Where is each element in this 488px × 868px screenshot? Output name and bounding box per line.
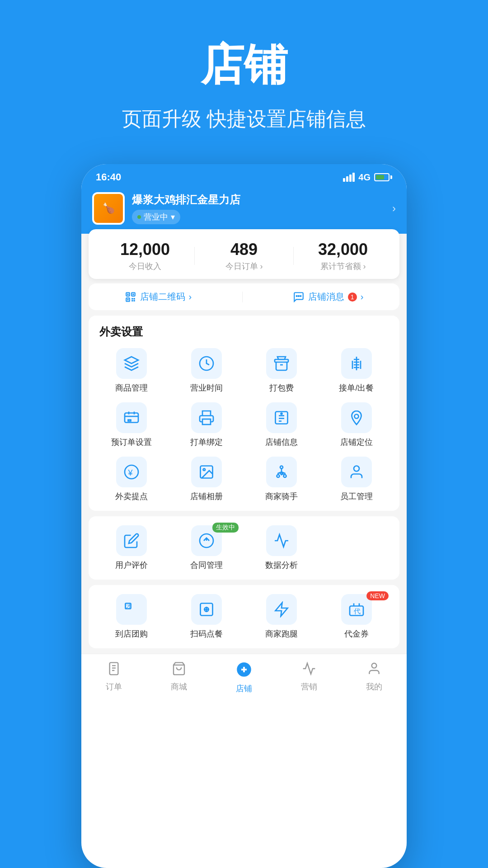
status-right: 4G xyxy=(343,172,392,183)
svg-rect-45 xyxy=(110,663,118,675)
nav-profile-label: 我的 xyxy=(366,681,382,692)
stat-revenue[interactable]: 12,000 今日收入 xyxy=(96,240,194,272)
menu-item-packaging[interactable]: 打包费 xyxy=(246,348,317,393)
svg-rect-21 xyxy=(202,419,211,425)
svg-text:¥: ¥ xyxy=(128,468,133,477)
svg-point-51 xyxy=(372,663,377,668)
menu-item-location[interactable]: 店铺定位 xyxy=(321,402,392,448)
hours-label: 营业时间 xyxy=(190,382,223,393)
page-title: 店铺 xyxy=(18,36,470,95)
stat-orders-label: 今日订单 › xyxy=(195,261,293,272)
nav-order[interactable]: 订单 xyxy=(81,661,146,694)
orders-label: 接单/出餐 xyxy=(339,382,374,393)
message-link[interactable]: 店铺消息 1 › xyxy=(293,291,364,303)
rider-label: 商家骑手 xyxy=(265,491,298,502)
svg-rect-7 xyxy=(131,300,133,301)
delivery-menu-grid: 商品管理 营业时间 xyxy=(96,348,392,502)
nav-store-label: 店铺 xyxy=(236,683,252,694)
message-badge: 1 xyxy=(348,292,357,302)
analytics-label: 数据分析 xyxy=(265,560,298,571)
extra-menu-grid: 才 到店团购 扫码点餐 xyxy=(96,594,392,639)
svg-point-32 xyxy=(280,466,283,469)
shop-icon xyxy=(172,661,186,679)
hours-icon xyxy=(191,348,222,379)
menu-item-rider[interactable]: 商家骑手 xyxy=(246,457,317,502)
svg-rect-19 xyxy=(125,413,138,423)
qrcode-link[interactable]: 店铺二维码 › xyxy=(125,291,192,303)
scan-icon xyxy=(191,594,222,625)
analytics-icon xyxy=(266,525,297,556)
menu-item-hours[interactable]: 营业时间 xyxy=(171,348,242,393)
store-name: 爆浆大鸡排汇金星力店 xyxy=(132,193,385,207)
delivery-section-title: 外卖设置 xyxy=(96,325,392,339)
store-logo: 🍗 xyxy=(92,192,125,225)
menu-item-preorder[interactable]: 预订单设置 xyxy=(96,402,167,448)
svg-rect-5 xyxy=(127,299,128,300)
qrcode-icon xyxy=(125,291,136,303)
svg-point-31 xyxy=(203,469,206,471)
menu-item-orders[interactable]: 接单/出餐 xyxy=(321,348,392,393)
nav-profile[interactable]: 我的 xyxy=(342,661,407,694)
menu-item-contract[interactable]: 生效中 合同管理 xyxy=(171,525,242,571)
nav-shop[interactable]: 商城 xyxy=(146,661,211,694)
products-label: 商品管理 xyxy=(115,382,148,393)
menu-item-review[interactable]: 用户评价 xyxy=(96,525,167,571)
menu-item-delivery[interactable]: 商家跑腿 xyxy=(246,594,317,639)
store-chevron[interactable]: › xyxy=(392,202,396,215)
svg-point-27 xyxy=(355,415,359,419)
contract-label: 合同管理 xyxy=(190,560,223,571)
svg-point-35 xyxy=(354,466,359,472)
menu-item-staff[interactable]: 员工管理 xyxy=(321,457,392,502)
business-section: 用户评价 生效中 合同管理 xyxy=(89,516,399,580)
order-icon xyxy=(107,661,121,679)
menu-item-voucher[interactable]: NEW 代 代金券 xyxy=(321,594,392,639)
nav-store[interactable]: 店铺 xyxy=(211,661,277,694)
menu-item-analytics[interactable]: 数据分析 xyxy=(246,525,317,571)
page-subtitle: 页面升级 快捷设置店铺信息 xyxy=(18,106,470,132)
printer-icon xyxy=(191,402,222,433)
qrcode-label: 店铺二维码 xyxy=(140,291,185,303)
svg-rect-3 xyxy=(132,293,134,295)
menu-item-info[interactable]: 店铺信息 xyxy=(246,402,317,448)
store-header[interactable]: 🍗 爆浆大鸡排汇金星力店 营业中 ▾ › xyxy=(81,187,407,234)
stat-savings[interactable]: 32,000 累计节省额 › xyxy=(294,240,392,272)
packaging-label: 打包费 xyxy=(269,382,294,393)
extra-section: 才 到店团购 扫码点餐 xyxy=(89,585,399,648)
delivery-icon xyxy=(266,594,297,625)
svg-point-10 xyxy=(296,295,297,296)
svg-point-11 xyxy=(298,295,299,296)
nav-marketing[interactable]: 营销 xyxy=(277,661,342,694)
battery-icon xyxy=(374,173,392,181)
menu-item-album[interactable]: 店铺相册 xyxy=(171,457,242,502)
stats-card: 12,000 今日收入 489 今日订单 › 32,000 累计节省额 › xyxy=(89,229,399,279)
bottom-navigation: 订单 商城 店铺 xyxy=(81,654,407,705)
menu-item-groupbuy[interactable]: 才 到店团购 xyxy=(96,594,167,639)
groupbuy-label: 到店团购 xyxy=(115,628,148,639)
stat-savings-label: 累计节省额 › xyxy=(294,261,392,272)
menu-item-printer[interactable]: 打单绑定 xyxy=(171,402,242,448)
delivery-section: 外卖设置 商品管理 xyxy=(89,316,399,511)
info-icon xyxy=(266,402,297,433)
stat-savings-value: 32,000 xyxy=(294,240,392,259)
svg-point-12 xyxy=(300,295,301,296)
scan-label: 扫码点餐 xyxy=(190,628,223,639)
menu-item-tip[interactable]: ¥ 外卖提点 xyxy=(96,457,167,502)
svg-text:代: 代 xyxy=(353,607,361,615)
profile-icon xyxy=(367,661,381,679)
packaging-icon xyxy=(266,348,297,379)
stat-orders[interactable]: 489 今日订单 › xyxy=(195,240,293,272)
menu-item-products[interactable]: 商品管理 xyxy=(96,348,167,393)
phone-mockup: 16:40 4G 🍗 爆浆大鸡排汇金星力店 xyxy=(81,164,407,868)
menu-item-scan[interactable]: 扫码点餐 xyxy=(171,594,242,639)
store-status-badge[interactable]: 营业中 ▾ xyxy=(132,210,180,224)
voucher-badge: NEW xyxy=(366,591,389,600)
staff-icon xyxy=(341,457,372,487)
battery-fill xyxy=(376,175,384,179)
svg-point-33 xyxy=(277,475,280,477)
content-area: 12,000 今日收入 489 今日订单 › 32,000 累计节省额 › xyxy=(81,234,407,705)
stat-orders-value: 489 xyxy=(195,240,293,259)
info-label: 店铺信息 xyxy=(265,437,298,448)
staff-label: 员工管理 xyxy=(340,491,373,502)
svg-rect-9 xyxy=(133,300,135,301)
nav-marketing-label: 营销 xyxy=(301,681,317,692)
